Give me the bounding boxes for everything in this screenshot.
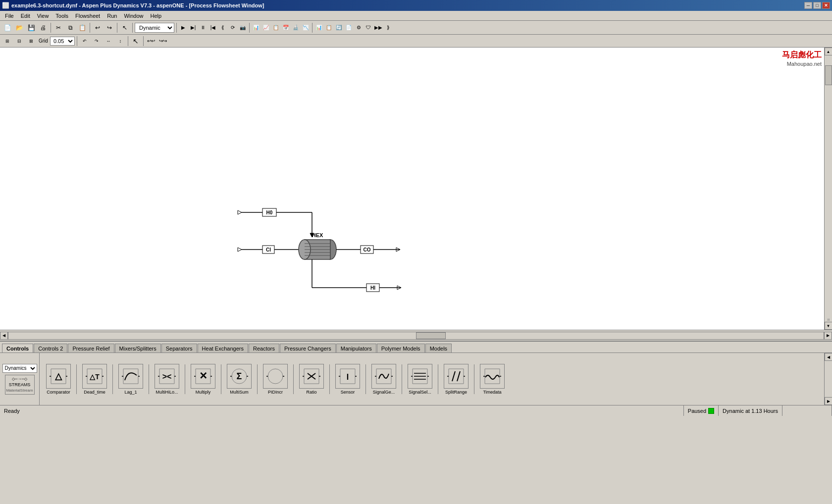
new-button[interactable]: 📄 — [2, 22, 13, 33]
flip-h-button[interactable]: ↔ — [103, 36, 114, 47]
tab-controls2[interactable]: Controls 2 — [34, 344, 67, 353]
run-play-button[interactable]: ▶ — [179, 23, 188, 32]
svg-point-31 — [268, 369, 283, 384]
palette-item-signalge[interactable]: SignalGe... — [369, 363, 399, 396]
grid-button[interactable]: ⊠ — [26, 36, 37, 47]
scroll-right-button[interactable]: ▶ — [824, 332, 832, 340]
minimize-button[interactable]: ─ — [804, 2, 812, 9]
tab-controls[interactable]: Controls — [2, 344, 33, 353]
scroll-track-vertical[interactable] — [825, 55, 832, 317]
palette-item-signalsel[interactable]: SignalSel... — [405, 363, 435, 396]
menu-view[interactable]: View — [34, 12, 52, 19]
menu-file[interactable]: File — [2, 12, 17, 19]
streams-button[interactable]: ◇─→─◇ STREAMS MaterialStream — [5, 375, 35, 395]
tab-separators[interactable]: Separators — [161, 344, 197, 353]
palette-scrollbar[interactable]: ◀ ▶ — [824, 353, 832, 405]
palette-item-ratio[interactable]: Ratio — [297, 363, 326, 396]
pointer-button[interactable]: ↖ — [119, 22, 130, 33]
properties-button[interactable]: ⚙ — [354, 23, 363, 32]
data-fit-button[interactable]: 📉 — [301, 23, 310, 32]
run-reset-button[interactable]: ⟳ — [228, 23, 237, 32]
tab-pressure-relief[interactable]: Pressure Relief — [68, 344, 114, 353]
scroll-up-button[interactable]: ▲ — [825, 48, 832, 55]
tab-mixers-splitters[interactable]: Mixers/Splitters — [115, 344, 161, 353]
run-pause-button[interactable]: ⏸ — [199, 23, 208, 32]
stream-table-button[interactable]: 📊 — [252, 23, 260, 32]
palette-item-multihilo[interactable]: >< MultiHiLo... — [152, 363, 182, 396]
results-button[interactable]: 📋 — [324, 23, 333, 32]
event-scheduler-button[interactable]: 📅 — [281, 23, 290, 32]
report-button[interactable]: 📄 — [344, 23, 353, 32]
grid-value-select[interactable]: 0.05 0.1 0.25 — [50, 37, 75, 46]
scroll-left-button[interactable]: ◀ — [0, 332, 8, 340]
palette-item-splitrange[interactable]: SplitRange — [441, 363, 471, 396]
palette-scroll-right[interactable]: ▶ — [825, 397, 832, 405]
comparator-label: Comparator — [47, 390, 70, 395]
menu-help[interactable]: Help — [148, 12, 165, 19]
palette-item-comparator[interactable]: △ Comparator — [44, 363, 73, 396]
extra1-button[interactable]: ▶▶ — [374, 23, 383, 32]
plot-button[interactable]: 📊 — [314, 23, 323, 32]
sensitivity-button[interactable]: 🔬 — [291, 23, 300, 32]
menu-window[interactable]: Window — [121, 12, 146, 19]
palette-item-lag1[interactable]: Lag_1 — [116, 363, 146, 396]
hex-unit[interactable]: HEX — [299, 232, 336, 259]
maximize-button[interactable]: □ — [813, 2, 821, 9]
snap-button[interactable]: ⊞ — [2, 36, 13, 47]
sensor-label: Sensor — [341, 390, 355, 395]
cursor-button[interactable]: ↖ — [130, 36, 141, 47]
run-snapshot-button[interactable]: 📷 — [238, 23, 247, 32]
palette-scroll-left[interactable]: ◀ — [825, 353, 832, 361]
print-button[interactable]: 🖨 — [38, 22, 49, 33]
tab-models[interactable]: Models — [425, 344, 452, 353]
scroll-down-button[interactable]: ▼ — [825, 322, 832, 330]
tab-manipulators[interactable]: Manipulators — [336, 344, 376, 353]
copy-button[interactable]: ⧉ — [65, 22, 76, 33]
horizontal-scrollbar[interactable]: ◀ ▶ — [0, 330, 832, 341]
rotate-right-button[interactable]: ↷ — [91, 36, 102, 47]
rotate-left-button[interactable]: ↶ — [79, 36, 90, 47]
multiply-icon: ✕ — [193, 366, 213, 386]
align-button[interactable]: ⊟ — [14, 36, 25, 47]
tab-heat-exchangers[interactable]: Heat Exchangers — [198, 344, 248, 353]
menu-run[interactable]: Run — [104, 12, 120, 19]
tab-reactors[interactable]: Reactors — [249, 344, 279, 353]
menu-edit[interactable]: Edit — [18, 12, 33, 19]
undo-button[interactable]: ↩ — [92, 22, 103, 33]
undo2-button[interactable]: ↩↩ — [146, 36, 156, 47]
run-forward-button[interactable]: ▶| — [189, 23, 198, 32]
vertical-scrollbar[interactable]: ▲ ≡ ▼ — [824, 48, 832, 330]
cut-button[interactable]: ✂ — [53, 22, 64, 33]
simulation-mode-select[interactable]: Dynamic Steady State Initialization — [135, 23, 174, 33]
run-back-button[interactable]: ⟪ — [218, 23, 227, 32]
redo2-button[interactable]: ↪↪ — [157, 36, 168, 47]
tab-polymer-models[interactable]: Polymer Models — [377, 344, 425, 353]
convergence-button[interactable]: 🔄 — [334, 23, 343, 32]
paste-button[interactable]: 📋 — [77, 22, 88, 33]
tab-pressure-changers[interactable]: Pressure Changers — [280, 344, 336, 353]
flip-v-button[interactable]: ↕ — [115, 36, 126, 47]
palette-item-multiply[interactable]: ✕ Multiply — [188, 363, 218, 396]
tasks-button[interactable]: 📋 — [271, 23, 280, 32]
menu-tools[interactable]: Tools — [52, 12, 71, 19]
palette-item-dead-time[interactable]: △T Dead_time — [80, 363, 109, 396]
palette-item-pidincr[interactable]: PIDIncr — [260, 363, 290, 396]
safety-button[interactable]: 🛡 — [364, 23, 373, 32]
open-button[interactable]: 📂 — [14, 22, 25, 33]
palette-item-sensor[interactable]: I Sensor — [333, 363, 363, 396]
scroll-track-horizontal[interactable] — [8, 332, 824, 340]
run-rewind-button[interactable]: |◀ — [208, 23, 217, 32]
palette-item-multisum[interactable]: Σ MultiSum — [224, 363, 254, 396]
scroll-thumb-vertical[interactable] — [825, 65, 832, 85]
flowsheet-canvas[interactable]: 马启彪化工 Mahoupao.net — [0, 48, 824, 330]
menu-flowsheet[interactable]: Flowsheet — [72, 12, 103, 19]
dynamics-dropdown[interactable]: Dynamics — [2, 364, 37, 373]
save-button[interactable]: 💾 — [26, 22, 37, 33]
redo-button[interactable]: ↪ — [104, 22, 115, 33]
history-button[interactable]: 📈 — [261, 23, 270, 32]
timedata-icon — [482, 366, 502, 386]
scroll-thumb-horizontal[interactable] — [416, 332, 446, 339]
extra2-button[interactable]: ⟫ — [384, 23, 393, 32]
close-button[interactable]: ✕ — [822, 2, 830, 9]
palette-item-timedata[interactable]: Timedata — [477, 363, 507, 396]
